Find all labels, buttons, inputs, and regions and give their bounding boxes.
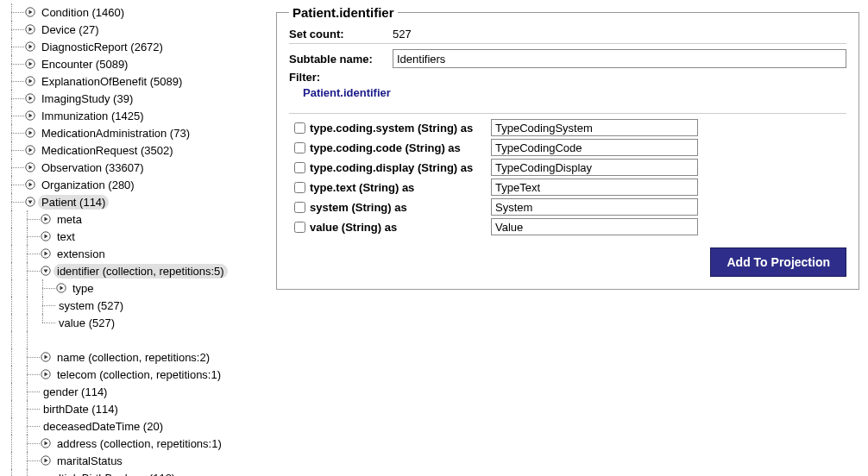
field-alias-input[interactable] <box>491 198 698 216</box>
add-to-projection-button[interactable]: Add To Projection <box>710 247 846 277</box>
tree-node-label[interactable]: type <box>69 281 97 296</box>
tree-panel[interactable]: Condition (1460)Device (27)DiagnosticRep… <box>0 0 259 476</box>
expand-icon[interactable] <box>40 213 52 225</box>
tree-node[interactable]: Condition (1460) <box>9 3 259 21</box>
collapse-icon[interactable] <box>24 196 36 208</box>
field-checkbox[interactable] <box>294 222 305 233</box>
tree-node[interactable]: telecom (collection, repetitions:1) <box>9 366 259 383</box>
tree-node[interactable]: meta <box>9 210 259 228</box>
tree-node-label[interactable]: MedicationRequest (3502) <box>38 143 176 158</box>
tree-node-label[interactable]: birthDate (114) <box>40 402 122 416</box>
expand-icon[interactable] <box>24 58 36 70</box>
tree-connector <box>9 297 24 314</box>
tree-connector <box>24 417 40 435</box>
tree-node-label[interactable]: deceasedDateTime (20) <box>40 419 167 434</box>
field-alias-input[interactable] <box>491 159 698 176</box>
tree-node-label[interactable]: Organization (280) <box>38 178 138 192</box>
field-checkbox[interactable] <box>294 122 305 134</box>
expand-icon[interactable] <box>40 454 52 467</box>
tree-node-label[interactable]: name (collection, repetitions:2) <box>53 350 213 365</box>
expand-icon[interactable] <box>24 161 36 173</box>
tree-node-label[interactable]: telecom (collection, repetitions:1) <box>53 367 224 382</box>
tree-node-label[interactable]: maritalStatus <box>53 454 126 468</box>
tree-node-label[interactable]: Immunization (1425) <box>38 109 148 123</box>
tree-node[interactable]: system (527) <box>9 297 259 314</box>
tree-connector <box>9 469 24 476</box>
field-checkbox[interactable] <box>294 202 305 213</box>
field-alias-input[interactable] <box>491 119 698 136</box>
expand-icon[interactable] <box>55 282 67 294</box>
tree-node[interactable]: Observation (33607) <box>9 159 259 176</box>
tree-connector <box>9 279 24 297</box>
field-checkbox[interactable] <box>294 142 305 153</box>
expand-icon[interactable] <box>24 178 36 191</box>
field-checkbox[interactable] <box>294 182 305 193</box>
tree-node[interactable]: maritalStatus <box>9 452 259 469</box>
expand-icon[interactable] <box>40 247 52 260</box>
field-alias-input[interactable] <box>491 178 698 196</box>
tree-node-label[interactable]: address (collection, repetitions:1) <box>53 436 225 451</box>
tree-node[interactable]: identifier (collection, repetitions:5) <box>9 262 259 279</box>
tree-connector <box>24 383 40 400</box>
tree-node[interactable]: Patient (114) <box>9 193 259 210</box>
tree-node-label[interactable]: meta <box>53 212 85 227</box>
tree-node[interactable]: birthDate (114) <box>9 400 259 417</box>
tree-node[interactable]: ImagingStudy (39) <box>9 90 259 107</box>
tree-node[interactable]: Encounter (5089) <box>9 55 259 72</box>
expand-icon[interactable] <box>40 230 52 242</box>
tree-node-label[interactable]: Device (27) <box>38 22 102 37</box>
tree-node-label[interactable]: Condition (1460) <box>38 5 128 20</box>
tree-node-label[interactable]: system (527) <box>55 298 127 313</box>
svg-marker-39 <box>45 442 48 446</box>
tree-node-label[interactable]: Observation (33607) <box>38 160 148 175</box>
tree-node[interactable]: text <box>9 228 259 245</box>
expand-icon[interactable] <box>24 110 36 122</box>
tree-connector <box>24 297 40 314</box>
tree-node-label[interactable]: text <box>53 229 79 244</box>
expand-icon[interactable] <box>40 368 52 380</box>
tree-node-label[interactable]: Encounter (5089) <box>38 57 131 72</box>
tree-node[interactable]: DiagnosticReport (2672) <box>9 38 259 55</box>
subtable-input[interactable] <box>393 49 846 68</box>
field-alias-input[interactable] <box>491 139 698 156</box>
tree-node[interactable]: Device (27) <box>9 21 259 38</box>
tree-node[interactable]: multipleBirthBoolean (112) <box>9 469 259 476</box>
expand-icon[interactable] <box>40 351 52 363</box>
tree-node[interactable]: extension <box>9 245 259 262</box>
tree-node[interactable]: gender (114) <box>9 383 259 400</box>
tree-node-label[interactable]: value (527) <box>55 316 118 330</box>
tree-node-label[interactable]: multipleBirthBoolean (112) <box>40 471 179 477</box>
tree-node-label[interactable]: extension <box>53 247 109 261</box>
tree-node[interactable]: MedicationRequest (3502) <box>9 141 259 159</box>
tree-node[interactable]: value (527) <box>9 314 259 331</box>
tree-node[interactable]: address (collection, repetitions:1) <box>9 435 259 452</box>
tree-node-label[interactable]: ImagingStudy (39) <box>38 91 136 106</box>
tree-node-label[interactable]: identifier (collection, repetitions:5) <box>53 264 228 279</box>
tree-node[interactable]: name (collection, repetitions:2) <box>9 348 259 366</box>
expand-icon[interactable] <box>24 75 36 87</box>
expand-icon[interactable] <box>24 6 36 18</box>
collapse-icon[interactable] <box>40 265 52 277</box>
fields-list: type.coding.system (String) astype.codin… <box>289 119 846 235</box>
field-alias-input[interactable] <box>491 218 698 235</box>
tree-node[interactable]: deceasedDateTime (20) <box>9 417 259 435</box>
expand-icon[interactable] <box>24 144 36 156</box>
tree-node-label[interactable]: Patient (114) <box>38 195 109 210</box>
tree-node-label[interactable]: ExplanationOfBenefit (5089) <box>38 74 186 89</box>
expand-icon[interactable] <box>24 23 36 35</box>
tree-node-label[interactable]: gender (114) <box>40 385 110 399</box>
field-checkbox[interactable] <box>294 162 305 173</box>
tree-node[interactable] <box>9 331 259 348</box>
tree-connector <box>9 90 24 107</box>
tree-node[interactable]: ExplanationOfBenefit (5089) <box>9 72 259 90</box>
expand-icon[interactable] <box>24 41 36 53</box>
expand-icon[interactable] <box>24 92 36 104</box>
tree-node[interactable]: type <box>9 279 259 297</box>
expand-icon[interactable] <box>24 127 36 139</box>
expand-icon[interactable] <box>40 437 52 449</box>
tree-node[interactable]: Organization (280) <box>9 176 259 193</box>
tree-node-label[interactable]: DiagnosticReport (2672) <box>38 40 167 54</box>
tree-node[interactable]: MedicationAdministration (73) <box>9 124 259 141</box>
tree-node[interactable]: Immunization (1425) <box>9 107 259 124</box>
tree-node-label[interactable]: MedicationAdministration (73) <box>38 126 193 141</box>
